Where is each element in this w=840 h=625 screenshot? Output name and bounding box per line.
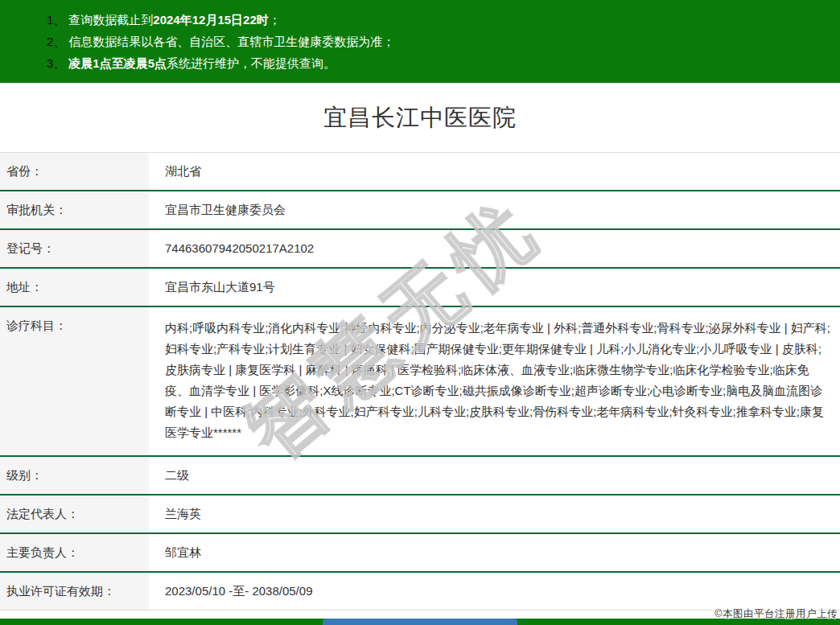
- row-value: 内科;呼吸内科专业;消化内科专业;神经内科专业;内分泌专业;老年病专业 | 外科…: [149, 307, 840, 455]
- table-row-level: 级别： 二级: [0, 455, 840, 494]
- table-row-approval-authority: 审批机关： 宜昌市卫生健康委员会: [0, 190, 840, 228]
- table-row-license-validity: 执业许可证有效期： 2023/05/10 -至- 2038/05/09: [0, 571, 840, 610]
- notice-text: 查询数据截止到: [68, 13, 153, 27]
- notice-text: 系统进行维护，不能提供查询。: [167, 56, 336, 70]
- table-row-treatment-subjects: 诊疗科目： 内科;呼吸内科专业;消化内科专业;神经内科专业;内分泌专业;老年病专…: [0, 306, 840, 455]
- notice-banner: 1、查询数据截止到2024年12月15日22时； 2、信息数据结果以各省、自治区…: [0, 0, 840, 83]
- row-value: 宜昌市卫生健康委员会: [149, 191, 840, 228]
- notice-number: 3、: [47, 56, 65, 70]
- copyright-note: ©本图由平台注册用户上传: [714, 607, 838, 621]
- row-label: 诊疗科目：: [0, 307, 149, 455]
- table-row-main-person-in-charge: 主要负责人： 邹宜林: [0, 532, 840, 571]
- notice-line-2: 2、信息数据结果以各省、自治区、直辖市卫生健康委数据为准；: [47, 31, 824, 52]
- row-value: 邹宜林: [149, 534, 840, 571]
- notice-text: 信息数据结果以各省、自治区、直辖市卫生健康委数据为准；: [68, 35, 394, 48]
- table-row-registration-number: 登记号： 74463607942050217A2102: [0, 228, 840, 267]
- notice-text-bold: 凌晨1点至凌晨5点: [68, 56, 167, 70]
- row-value: 二级: [149, 457, 840, 494]
- row-value: 湖北省: [149, 153, 840, 190]
- row-label: 法定代表人：: [0, 495, 149, 532]
- hospital-info-table: 省份： 湖北省 审批机关： 宜昌市卫生健康委员会 登记号： 7446360794…: [0, 152, 840, 611]
- notice-line-3: 3、凌晨1点至凌晨5点系统进行维护，不能提供查询。: [47, 52, 824, 74]
- table-row-address: 地址： 宜昌市东山大道91号: [0, 267, 840, 306]
- row-label: 执业许可证有效期：: [0, 573, 149, 610]
- row-value: 兰海英: [149, 495, 840, 532]
- notice-text-bold: 2024年12月15日22时: [153, 13, 268, 27]
- row-label: 主要负责人：: [0, 534, 149, 571]
- row-label: 级别：: [0, 457, 149, 494]
- row-value: 宜昌市东山大道91号: [149, 269, 840, 306]
- notice-line-1: 1、查询数据截止到2024年12月15日22时；: [47, 9, 824, 31]
- table-row-legal-representative: 法定代表人： 兰海英: [0, 494, 840, 532]
- notice-text: ；: [269, 13, 281, 27]
- row-label: 地址：: [0, 269, 149, 306]
- row-label: 登记号：: [0, 230, 149, 267]
- page-title: 宜昌长江中医医院: [0, 102, 840, 134]
- notice-number: 2、: [47, 35, 65, 48]
- close-window-button[interactable]: 【关闭窗口】: [323, 619, 517, 625]
- notice-number: 1、: [47, 13, 65, 27]
- row-label: 审批机关：: [0, 191, 149, 228]
- table-row-province: 省份： 湖北省: [0, 153, 840, 190]
- row-label: 省份：: [0, 153, 149, 190]
- row-value: 2023/05/10 -至- 2038/05/09: [149, 573, 840, 610]
- row-value: 74463607942050217A2102: [149, 230, 840, 267]
